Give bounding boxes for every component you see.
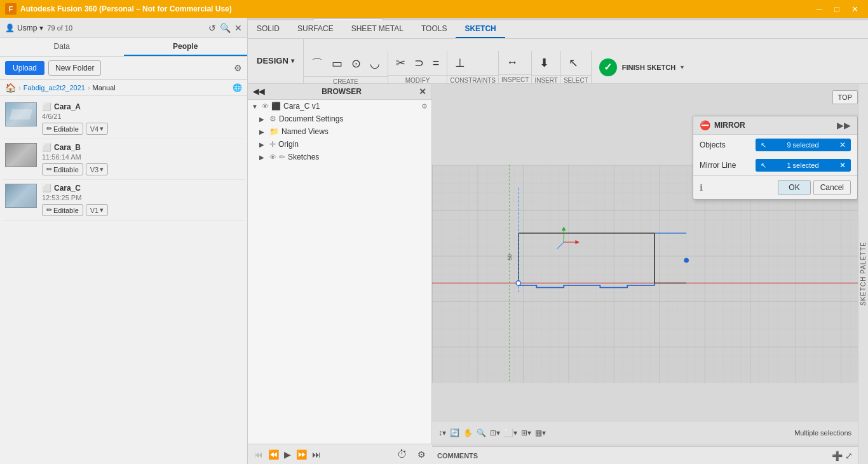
player-settings-icon[interactable]: ⚙ xyxy=(417,449,426,460)
timeline-icon[interactable]: ⏱ xyxy=(397,449,407,460)
maximize-button[interactable]: □ xyxy=(829,3,845,15)
version-chevron-icon: ▾ xyxy=(100,165,104,174)
browser-header: ◀◀ BROWSER ✕ xyxy=(248,84,431,100)
eye-icon[interactable]: 👁 xyxy=(262,102,269,110)
design-chevron-icon: ▾ xyxy=(291,57,294,64)
refresh-icon[interactable]: ↺ xyxy=(208,23,216,33)
search-icon[interactable]: 🔍 xyxy=(220,23,231,33)
file-thumbnail xyxy=(5,102,37,126)
nav-tool-button[interactable]: ↕▾ xyxy=(438,428,446,437)
orbit-button[interactable]: 🔄 xyxy=(450,428,459,437)
doc-icon: ⬛ xyxy=(271,102,281,111)
tab-surface[interactable]: SURFACE xyxy=(288,20,342,38)
editable-button[interactable]: ✏ Editable xyxy=(42,123,83,135)
version-chevron-icon: ▾ xyxy=(100,125,104,133)
version-button[interactable]: V1 ▾ xyxy=(86,204,108,216)
file-controls: ✏ Editable V1 ▾ xyxy=(42,204,242,216)
app-title: Autodesk Fusion 360 (Personal – Not for … xyxy=(20,4,232,13)
file-name: ⬜ Cara_B xyxy=(42,143,242,152)
trim-tool[interactable]: ✂ xyxy=(392,53,409,72)
offset-tool[interactable]: ⊃ xyxy=(410,53,428,72)
zoom-button[interactable]: 🔍 xyxy=(477,428,486,437)
viewport-button[interactable]: ▦▾ xyxy=(535,428,546,437)
tab-tools[interactable]: TOOLS xyxy=(412,20,456,38)
upload-button[interactable]: Upload xyxy=(5,61,44,75)
browser-item-root[interactable]: ▼ 👁 ⬛ Cara_C v1 ⚙ xyxy=(248,100,431,113)
svg-point-9 xyxy=(516,281,520,285)
mirror-line-value-button[interactable]: ↖ 1 selected ✕ xyxy=(756,159,851,172)
tab-solid[interactable]: SOLID xyxy=(248,20,288,38)
finish-sketch-button[interactable]: ✓ FINISH SKETCH ▾ xyxy=(592,51,691,83)
mirror-tool[interactable]: = xyxy=(429,54,444,72)
skip-start-icon[interactable]: ⏮ xyxy=(254,449,263,460)
skip-end-icon[interactable]: ⏭ xyxy=(312,449,321,460)
mirror-cancel-button[interactable]: Cancel xyxy=(813,180,851,195)
gear-icon: ⚙ xyxy=(269,114,276,123)
close-button[interactable]: ✕ xyxy=(846,3,863,15)
folder-icon: 📁 xyxy=(269,127,279,136)
eye-icon[interactable]: 👁 xyxy=(269,153,276,161)
grid-button[interactable]: ⊞▾ xyxy=(521,428,531,437)
design-label: DESIGN xyxy=(257,56,288,65)
tab-people[interactable]: People xyxy=(124,38,248,56)
circle-tool[interactable]: ⊙ xyxy=(348,54,365,73)
design-toolbar: SOLID SURFACE SHEET METAL TOOLS SKETCH D… xyxy=(248,38,868,84)
user-menu-button[interactable]: 👤 Usmp ▾ xyxy=(5,24,43,32)
rect-tool[interactable]: ▭ xyxy=(328,54,346,73)
expand-icon: ▼ xyxy=(252,103,259,110)
svg-point-10 xyxy=(684,258,689,263)
comments-bar: COMMENTS ➕ ⤢ xyxy=(432,446,858,464)
tab-data[interactable]: Data xyxy=(0,38,124,56)
objects-clear-icon[interactable]: ✕ xyxy=(839,140,846,149)
tab-sheet-metal[interactable]: SHEET METAL xyxy=(342,20,412,38)
add-comment-icon[interactable]: ➕ xyxy=(832,451,843,461)
editable-button[interactable]: ✏ Editable xyxy=(42,204,83,216)
expand-icon: ▶ xyxy=(259,141,267,148)
editable-button[interactable]: ✏ Editable xyxy=(42,163,83,175)
player-bar: ⏮ ⏪ ▶ ⏩ ⏭ ⏱ ⚙ xyxy=(248,444,432,464)
pan-button[interactable]: ✋ xyxy=(463,428,473,437)
minimize-button[interactable]: ─ xyxy=(811,3,827,15)
collapse-browser-icon[interactable]: ◀◀ xyxy=(253,87,264,96)
file-list: ⬜ Cara_A 4/6/21 ✏ Editable V4 ▾ xyxy=(0,96,247,464)
version-button[interactable]: V4 ▾ xyxy=(86,123,108,135)
mirror-footer: ℹ OK Cancel xyxy=(693,175,857,199)
browser-item-sketches[interactable]: ▶ 👁 ✏ Sketches xyxy=(248,151,431,163)
comments-label: COMMENTS xyxy=(437,452,478,460)
resize-comment-icon[interactable]: ⤢ xyxy=(845,451,853,461)
home-icon[interactable]: 🏠 xyxy=(5,83,16,93)
mirror-expand-icon[interactable]: ▶▶ xyxy=(837,120,851,130)
mirror-objects-row: Objects ↖ 9 selected ✕ xyxy=(693,135,857,155)
step-forward-icon[interactable]: ⏩ xyxy=(296,449,307,460)
settings-icon[interactable]: ⚙ xyxy=(234,63,242,73)
sketch-palette-panel[interactable]: SKETCH PALETTE xyxy=(858,84,868,464)
tab-sketch[interactable]: SKETCH xyxy=(456,20,505,38)
close-panel-icon[interactable]: ✕ xyxy=(234,23,242,33)
info-icon: ℹ xyxy=(700,182,703,193)
new-folder-button[interactable]: New Folder xyxy=(48,60,101,76)
measure-tool[interactable]: ↔ xyxy=(503,53,522,72)
mirror-ok-button[interactable]: OK xyxy=(778,180,810,195)
design-dropdown-button[interactable]: DESIGN ▾ xyxy=(248,38,304,83)
arc-tool[interactable]: ◡ xyxy=(366,54,384,73)
version-button[interactable]: V3 ▾ xyxy=(86,163,108,175)
origin-icon: ✛ xyxy=(269,140,276,149)
browser-item-origin[interactable]: ▶ ✛ Origin xyxy=(248,138,431,151)
objects-value-button[interactable]: ↖ 9 selected ✕ xyxy=(756,139,851,151)
settings-icon[interactable]: ⚙ xyxy=(421,102,428,111)
constraint-tool[interactable]: ⊥ xyxy=(451,53,469,72)
inspect-label: INSPECT xyxy=(499,74,531,85)
play-icon[interactable]: ▶ xyxy=(284,449,291,460)
insert-tool[interactable]: ⬇ xyxy=(536,53,553,72)
select-tool[interactable]: ↖ xyxy=(565,53,582,72)
breadcrumb-item-1[interactable]: Fabdig_ac2t2_2021 xyxy=(24,84,85,92)
line-tool[interactable]: ⌒ xyxy=(308,53,327,74)
mirror-line-clear-icon[interactable]: ✕ xyxy=(839,161,846,170)
browser-item-doc-settings[interactable]: ▶ ⚙ Document Settings xyxy=(248,113,431,125)
app-icon: F xyxy=(5,3,17,15)
display-mode-button[interactable]: ⬜▾ xyxy=(504,428,517,437)
browser-close-icon[interactable]: ✕ xyxy=(419,86,426,97)
browser-item-named-views[interactable]: ▶ 📁 Named Views xyxy=(248,125,431,138)
step-back-icon[interactable]: ⏪ xyxy=(268,449,279,460)
fit-button[interactable]: ⊡▾ xyxy=(490,428,500,437)
